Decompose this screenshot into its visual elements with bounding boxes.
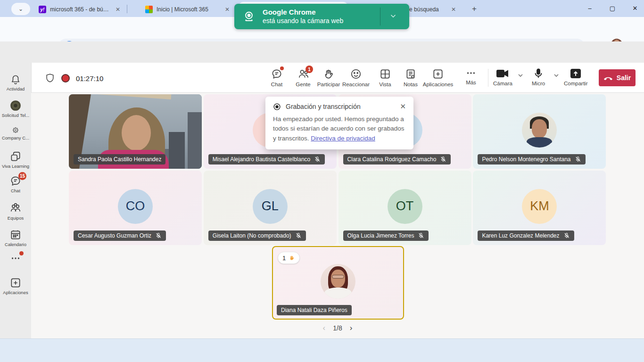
teams-people-icon	[9, 202, 22, 214]
recording-dialog: Grabación y transcripción ✕ Ha empezado …	[265, 97, 413, 149]
participant-tile[interactable]: CO Cesar Augusto Guzman Ortiz	[69, 171, 202, 245]
window-close-button[interactable]: ✕	[628, 2, 642, 14]
sidebar-item-solicitud-tel[interactable]: Solicitud Tel...	[0, 97, 31, 118]
raised-hand-badge: 1	[278, 252, 300, 264]
sidebar-badge: 15	[18, 172, 26, 180]
window-maximize-button[interactable]: ▢	[605, 2, 619, 14]
camera-chevron-icon[interactable]	[517, 72, 524, 79]
tab-divider	[127, 5, 127, 13]
participant-name: Karen Luz Gonzalez Melendez	[482, 232, 559, 239]
meeting-button-vista[interactable]: Vista	[372, 68, 398, 87]
meeting-button-aplicaciones[interactable]: Aplicaciones	[425, 68, 451, 87]
more-dots-icon	[466, 68, 476, 78]
meeting-button-notas[interactable]: Notas	[398, 68, 423, 87]
participant-tile[interactable]: Sandra Paola Castillo Hernandez	[69, 94, 202, 169]
participant-avatar: OT	[388, 189, 422, 224]
camera-button[interactable]: Cámara	[493, 68, 512, 86]
page-next-button[interactable]: ›	[350, 323, 353, 333]
mic-button[interactable]: Micro	[532, 68, 545, 86]
sidebar-item-actividad[interactable]: Actividad	[0, 71, 31, 91]
participant-avatar: GL	[253, 189, 288, 224]
tab-search-button[interactable]: ⌄	[11, 3, 30, 15]
hand-icon	[288, 255, 295, 262]
participant-name: Cesar Augusto Guzman Ortiz	[78, 232, 151, 239]
participant-tile[interactable]: OT Olga Lucia Jimenez Torres	[339, 171, 471, 245]
viva-learning-icon	[9, 150, 22, 163]
stage-pagination: ‹ 1/8 ›	[31, 323, 644, 333]
participant-name: Clara Catalina Rodriguez Camacho	[347, 156, 437, 163]
sidebar-item-chat[interactable]: Chat 15	[0, 172, 31, 193]
new-tab-button[interactable]: +	[469, 4, 479, 14]
participant-name: Diana Natali Daza Piñeros	[281, 307, 347, 313]
meeting-button-m-s[interactable]: Más	[458, 68, 484, 85]
meeting-button-chat[interactable]: Chat	[264, 68, 289, 87]
org-logo-icon	[9, 99, 22, 112]
mic-muted-icon	[155, 232, 162, 239]
browser-tab[interactable]: Inicio | Microsoft 365 ✕	[141, 2, 235, 17]
mic-muted-icon	[575, 156, 581, 163]
tab-close-button[interactable]: ✕	[450, 6, 457, 13]
more-dots-icon	[10, 253, 21, 263]
sidebar-item-calendario[interactable]: Calendario	[0, 226, 31, 247]
view-grid-icon	[379, 68, 391, 80]
meeting-button-participar[interactable]: Participar	[316, 68, 341, 87]
teams-sidebar: Actividad Solicitud Tel... Company C... …	[0, 63, 31, 338]
page-indicator: 1/8	[333, 324, 342, 332]
mic-muted-icon	[418, 232, 424, 239]
raised-hand-count: 1	[282, 255, 286, 262]
browser-tab[interactable]: y! microsoft 365 - de búsqueda ✕	[35, 2, 125, 17]
hangup-icon	[603, 75, 613, 81]
privacy-policy-link[interactable]: Directiva de privacidad	[311, 135, 375, 142]
button-alert-dot	[280, 66, 284, 70]
page-prev-button[interactable]: ‹	[323, 323, 326, 333]
meeting-timer-group: 01:27:10	[45, 73, 103, 83]
toast-divider	[380, 8, 380, 25]
participant-name: Sandra Paola Castillo Hernandez	[78, 156, 161, 163]
calendar-icon	[9, 229, 22, 241]
webcam-icon	[242, 9, 256, 24]
teams-header: T Búsqueda (Ctrl+Alt+E) •••	[0, 41, 644, 63]
raise-hand-icon	[322, 68, 335, 80]
participant-avatar: CO	[118, 189, 153, 224]
camera-usage-toast[interactable]: Google Chrome está usando la cámara web	[234, 4, 409, 29]
tab-close-button[interactable]: ✕	[114, 6, 122, 13]
participant-name: Misael Alejandro Bautista Castelblanco	[213, 156, 310, 163]
dialog-title: Grabación y transcripción	[286, 103, 395, 110]
window-minimize-button[interactable]: –	[583, 2, 597, 14]
participant-photo-avatar	[522, 113, 557, 148]
meeting-button-reaccionar[interactable]: Reaccionar	[343, 68, 369, 87]
windows-taskbar: 1 12°C Mayorm. nublado Buscar TP ESPLAA …	[0, 338, 644, 362]
share-button[interactable]: Compartir	[564, 68, 587, 86]
participant-tile[interactable]: KM Karen Luz Gonzalez Melendez	[473, 171, 606, 245]
shield-icon[interactable]	[45, 73, 55, 83]
camera-label: Cámara	[493, 81, 512, 86]
participant-name: Gisela Laiton (No comprobado)	[213, 232, 291, 239]
sidebar-item-more[interactable]	[0, 250, 31, 264]
yahoo-icon: y!	[39, 6, 46, 13]
notes-icon	[405, 68, 417, 80]
toast-chevron-down-icon[interactable]	[389, 12, 397, 20]
share-label: Compartir	[564, 81, 587, 86]
leave-meeting-button[interactable]: Salir	[599, 69, 636, 86]
tab-close-button[interactable]: ✕	[223, 6, 231, 13]
flower-icon	[11, 126, 20, 134]
participant-avatar: KM	[522, 189, 557, 224]
dialog-close-icon[interactable]: ✕	[400, 102, 406, 111]
button-badge: 1	[305, 66, 313, 73]
sidebar-item-aplicaciones[interactable]: Aplicaciones	[0, 274, 31, 295]
sidebar-item-viva-learning[interactable]: Viva Learning	[0, 148, 31, 169]
apps-plus-icon	[9, 277, 22, 289]
participant-tile[interactable]: GL Gisela Laiton (No comprobado)	[204, 171, 337, 245]
mic-muted-icon	[295, 232, 302, 239]
meeting-button-gente[interactable]: Gente 1	[290, 68, 316, 87]
leave-label: Salir	[617, 74, 631, 82]
apps-plus-icon	[432, 68, 444, 80]
toast-app-name: Google Chrome	[263, 8, 343, 17]
toolbar-divider	[488, 69, 488, 87]
sidebar-item-company-c[interactable]: Company C...	[0, 123, 31, 140]
mic-chevron-icon[interactable]	[553, 72, 560, 79]
participant-name: Olga Lucia Jimenez Torres	[347, 232, 414, 239]
participant-tile[interactable]: Pedro Nelson Montenegro Santana	[473, 94, 606, 169]
participant-tile[interactable]: Diana Natali Daza Piñeros 1	[272, 246, 404, 320]
sidebar-item-equipos[interactable]: Equipos	[0, 199, 31, 221]
